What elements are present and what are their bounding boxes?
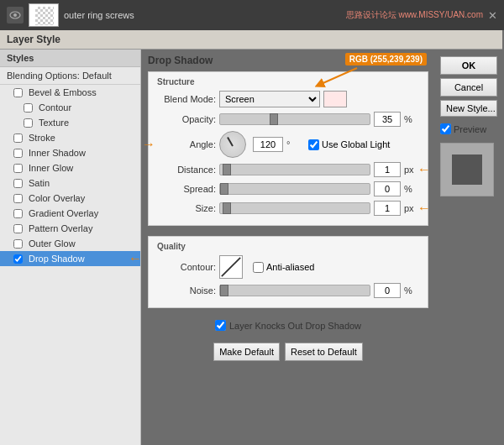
global-light-checkbox[interactable] [308, 139, 319, 150]
sidebar-item-inner-glow[interactable]: Inner Glow [0, 160, 140, 175]
outer-glow-label: Outer Glow [29, 238, 76, 249]
shadow-color-swatch[interactable] [323, 91, 347, 107]
inner-glow-checkbox[interactable] [13, 164, 23, 173]
bottom-buttons: Make Default Reset to Default [148, 343, 428, 361]
bevel-checkbox[interactable] [13, 88, 23, 97]
layer-style-dialog: Layer Style Styles Blending Options: Def… [0, 30, 502, 445]
size-arrow-icon: ← [417, 201, 431, 216]
main-content: Drop Shadow RGB (255,239,239) Structure … [141, 50, 435, 445]
spread-slider[interactable] [219, 183, 370, 195]
blend-mode-row: Blend Mode: Screen Normal Multiply [157, 91, 419, 107]
contour-label: Contour: [157, 262, 216, 272]
section-header-row: Drop Shadow RGB (255,239,239) [148, 55, 428, 66]
layer-thumbnail [29, 3, 59, 27]
sidebar-item-drop-shadow[interactable]: Drop Shadow ← [0, 251, 140, 266]
distance-slider[interactable] [219, 164, 370, 175]
pattern-overlay-checkbox[interactable] [13, 224, 23, 233]
contour-label: Contour [39, 102, 71, 113]
sidebar-item-texture[interactable]: Texture [0, 115, 140, 130]
stroke-checkbox[interactable] [13, 134, 23, 143]
layer-knocks-checkbox[interactable] [215, 320, 226, 331]
noise-slider[interactable] [219, 285, 370, 296]
satin-label: Satin [29, 178, 50, 188]
opacity-unit: % [404, 114, 419, 124]
gradient-overlay-label: Gradient Overlay [29, 208, 98, 218]
texture-checkbox[interactable] [24, 118, 33, 128]
contour-checkbox[interactable] [24, 103, 33, 113]
size-slider-container [219, 202, 370, 214]
size-value-input[interactable] [374, 201, 401, 216]
inner-shadow-label: Inner Shadow [29, 148, 86, 158]
layer-title: outer ring screws [64, 10, 341, 20]
angle-arrow-icon: → [142, 137, 155, 152]
opacity-slider-container [219, 113, 370, 125]
cancel-button[interactable]: Cancel [440, 78, 497, 97]
bevel-label: Bevel & Emboss [29, 87, 97, 97]
anti-aliased-checkbox[interactable] [253, 262, 264, 273]
color-overlay-label: Color Overlay [29, 193, 85, 203]
opacity-slider[interactable] [219, 113, 370, 125]
new-style-button[interactable]: New Style... [440, 100, 497, 117]
rgb-annotation: RGB (255,239,239) [345, 53, 427, 65]
right-buttons-panel: OK Cancel New Style... Preview [435, 50, 502, 445]
preview-checkbox[interactable] [440, 123, 451, 134]
inner-shadow-checkbox[interactable] [13, 149, 23, 158]
site-watermark: 思路设计论坛 www.MISSY/UAN.com [346, 9, 483, 21]
distance-value-input[interactable] [374, 162, 401, 177]
sidebar-item-stroke[interactable]: Stroke [0, 130, 140, 145]
styles-title: Styles [0, 50, 140, 67]
dialog-title: Layer Style [0, 30, 502, 50]
close-icon[interactable]: ✕ [488, 9, 497, 22]
ok-button[interactable]: OK [440, 56, 497, 75]
noise-value-input[interactable] [374, 283, 401, 298]
sidebar-item-contour[interactable]: Contour [0, 100, 140, 115]
angle-dial[interactable] [219, 131, 246, 158]
satin-checkbox[interactable] [13, 179, 23, 188]
blending-options-item[interactable]: Blending Options: Default [0, 67, 140, 85]
sidebar-item-pattern-overlay[interactable]: Pattern Overlay [0, 221, 140, 236]
contour-thumbnail[interactable] [219, 255, 243, 279]
distance-label: Distance: [157, 165, 216, 175]
opacity-row: Opacity: 35 % [157, 112, 419, 127]
distance-slider-container [219, 164, 370, 175]
spread-unit: % [404, 184, 419, 194]
preview-label-text: Preview [454, 124, 486, 134]
distance-arrow-icon: ← [417, 162, 431, 177]
layer-visibility-icon[interactable] [7, 7, 24, 24]
outer-glow-checkbox[interactable] [13, 239, 23, 249]
global-light-label: Use Global Light [322, 139, 390, 149]
size-slider[interactable] [219, 202, 370, 214]
left-panel: Styles Blending Options: Default Bevel &… [0, 50, 141, 445]
drop-shadow-label: Drop Shadow [29, 254, 85, 264]
blend-mode-label: Blend Mode: [157, 94, 216, 104]
sidebar-item-color-overlay[interactable]: Color Overlay [0, 191, 140, 206]
noise-label: Noise: [157, 285, 216, 296]
drop-shadow-checkbox[interactable] [13, 254, 23, 264]
color-overlay-checkbox[interactable] [13, 194, 23, 203]
noise-row: Noise: % [157, 283, 419, 298]
opacity-value-input[interactable]: 35 [374, 112, 401, 127]
make-default-button[interactable]: Make Default [213, 343, 280, 361]
angle-value-input[interactable] [253, 137, 283, 152]
sidebar-item-satin[interactable]: Satin [0, 175, 140, 191]
spread-label: Spread: [157, 184, 216, 194]
svg-line-3 [319, 68, 357, 85]
sidebar-item-bevel[interactable]: Bevel & Emboss [0, 85, 140, 100]
blend-mode-select[interactable]: Screen Normal Multiply [219, 91, 320, 107]
spread-value-input[interactable] [374, 181, 401, 196]
distance-row: Distance: px ← [157, 162, 419, 177]
gradient-overlay-checkbox[interactable] [13, 209, 23, 218]
global-light-row: Use Global Light [308, 139, 390, 150]
inner-glow-label: Inner Glow [29, 163, 73, 173]
angle-degree: ° [286, 139, 302, 149]
reset-to-default-button[interactable]: Reset to Default [285, 343, 363, 361]
spread-row: Spread: % [157, 181, 419, 196]
opacity-label: Opacity: [157, 114, 216, 124]
svg-point-1 [13, 13, 17, 17]
sidebar-item-outer-glow[interactable]: Outer Glow [0, 236, 140, 251]
sidebar-item-inner-shadow[interactable]: Inner Shadow [0, 145, 140, 160]
preview-inner-shape [452, 154, 482, 185]
size-label: Size: [157, 203, 216, 213]
sidebar-item-gradient-overlay[interactable]: Gradient Overlay [0, 206, 140, 221]
rgb-arrow-icon [311, 66, 361, 92]
